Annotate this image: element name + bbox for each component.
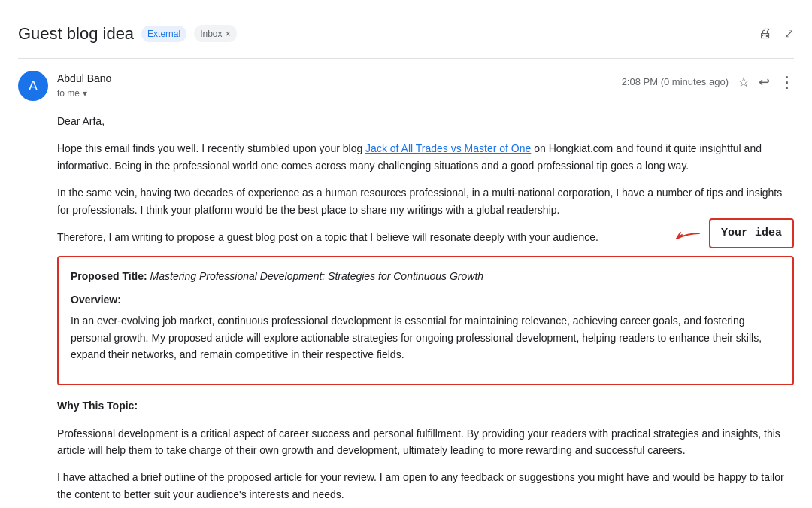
email-header: Guest blog idea External Inbox × 🖨 ⤢ <box>18 12 794 59</box>
greeting: Dear Arfa, <box>57 113 794 129</box>
more-icon[interactable]: ⋮ <box>779 71 794 93</box>
badge-external: External <box>141 26 186 42</box>
sender-name: Abdul Bano <box>57 71 111 87</box>
avatar: A <box>18 71 48 101</box>
para1-before-link: Hope this email finds you well. I recent… <box>57 142 365 154</box>
inbox-close-button[interactable]: × <box>226 26 232 41</box>
sender-row: A Abdul Bano to me ▾ 2:08 PM (0 minutes … <box>18 59 794 110</box>
email-container: Guest blog idea External Inbox × 🖨 ⤢ A A… <box>0 0 812 508</box>
para-outline: I have attached a brief outline of the p… <box>57 469 794 503</box>
email-title-area: Guest blog idea External Inbox × <box>18 21 237 46</box>
why-topic-para: Professional development is a critical a… <box>57 425 794 459</box>
print-icon[interactable]: 🖨 <box>759 23 772 44</box>
overview-text: In an ever-evolving job market, continuo… <box>71 312 780 363</box>
callout-arrow <box>658 222 703 245</box>
inbox-label: Inbox <box>200 27 222 41</box>
sender-right: 2:08 PM (0 minutes ago) ☆ ↩ ⋮ <box>622 71 794 93</box>
caret-icon: ▾ <box>83 87 87 100</box>
email-body: Dear Arfa, Hope this email finds you wel… <box>18 110 794 508</box>
proposed-title: Proposed Title: Mastering Professional D… <box>71 268 780 284</box>
your-idea-box: Your idea <box>709 218 794 248</box>
header-icons: 🖨 ⤢ <box>759 23 794 44</box>
timestamp: 2:08 PM (0 minutes ago) <box>622 75 729 90</box>
badge-inbox: Inbox × <box>194 25 237 43</box>
annotation-area: Therefore, I am writing to propose a gue… <box>57 229 794 245</box>
proposed-title-value: Mastering Professional Development: Stra… <box>150 270 484 282</box>
sender-to[interactable]: to me ▾ <box>57 87 111 100</box>
why-topic-strong: Why This Topic: <box>57 400 138 412</box>
sender-left: A Abdul Bano to me ▾ <box>18 71 111 101</box>
email-subject: Guest blog idea <box>18 21 134 46</box>
overview-label: Overview: <box>71 291 780 308</box>
para2: In the same vein, having two decades of … <box>57 184 794 218</box>
external-link-icon[interactable]: ⤢ <box>784 25 794 43</box>
para1: Hope this email finds you well. I recent… <box>57 140 794 174</box>
reply-icon[interactable]: ↩ <box>759 72 770 93</box>
blog-link[interactable]: Jack of All Trades vs Master of One <box>365 142 531 154</box>
your-idea-callout: Your idea <box>658 218 794 248</box>
proposed-box: Proposed Title: Mastering Professional D… <box>57 256 794 385</box>
why-topic-label: Why This Topic: <box>57 397 794 414</box>
proposed-title-label: Proposed Title: <box>71 270 150 282</box>
star-icon[interactable]: ☆ <box>738 72 750 93</box>
sender-info: Abdul Bano to me ▾ <box>57 71 111 100</box>
